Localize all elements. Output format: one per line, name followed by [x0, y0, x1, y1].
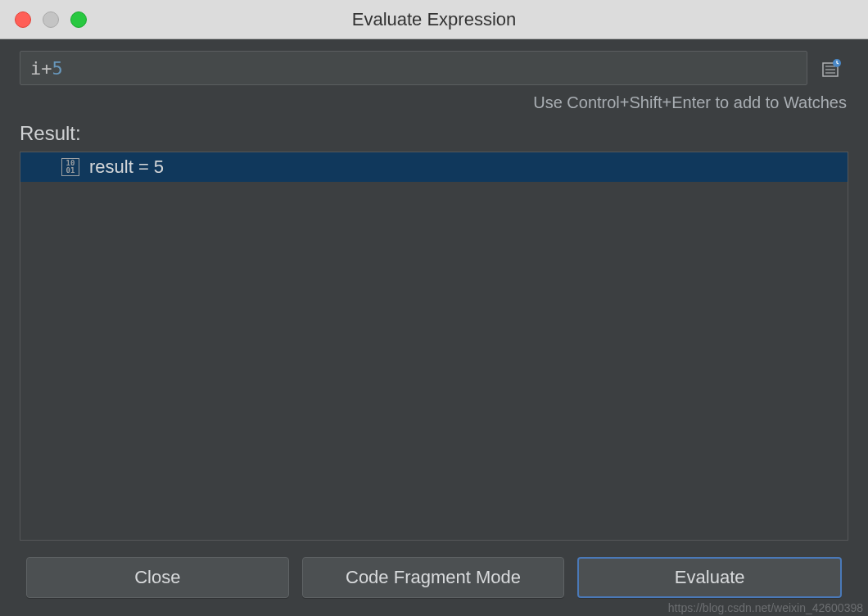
expression-input[interactable]: i + 5	[20, 51, 807, 85]
expression-number: 5	[52, 58, 63, 79]
code-fragment-mode-button[interactable]: Code Fragment Mode	[302, 557, 565, 598]
window-minimize-button[interactable]	[43, 11, 59, 28]
window-title: Evaluate Expression	[352, 9, 517, 30]
expression-row: i + 5	[20, 51, 848, 85]
result-panel[interactable]: 10 01 result = 5	[20, 152, 848, 541]
result-row[interactable]: 10 01 result = 5	[20, 152, 848, 182]
window-close-button[interactable]	[15, 11, 31, 28]
result-label: Result:	[20, 122, 848, 145]
watermark: https://blog.csdn.net/weixin_42600398	[668, 601, 863, 614]
history-button[interactable]	[814, 51, 848, 85]
binary-icon: 10 01	[61, 158, 79, 176]
window-maximize-button[interactable]	[70, 11, 87, 28]
titlebar: Evaluate Expression	[0, 0, 868, 39]
content-area: i + 5 Use Control+Shift+Enter to add to …	[0, 39, 868, 616]
history-icon	[820, 57, 843, 79]
traffic-lights	[0, 11, 87, 28]
result-text: result = 5	[89, 156, 164, 178]
evaluate-button[interactable]: Evaluate	[577, 557, 842, 598]
close-button[interactable]: Close	[26, 557, 289, 598]
hint-text: Use Control+Shift+Enter to add to Watche…	[20, 93, 848, 112]
expression-operator: +	[41, 58, 52, 79]
expression-variable: i	[30, 58, 41, 79]
